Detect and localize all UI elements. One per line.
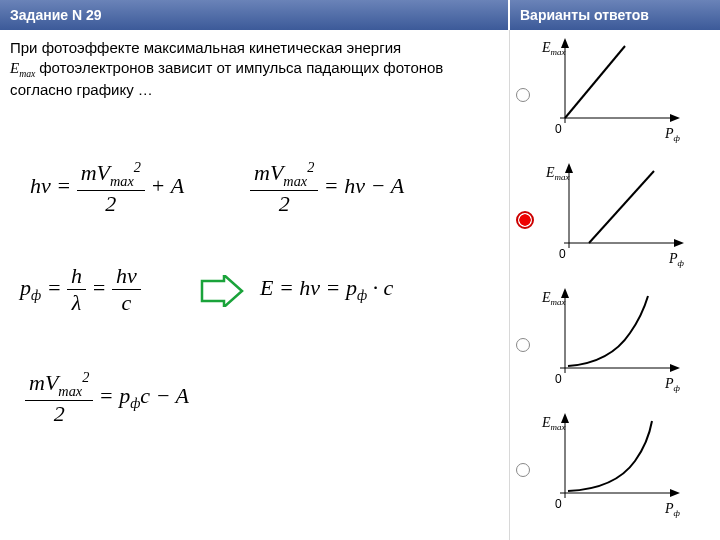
eq-p2: p [346,275,357,300]
eq-minus-a: − A [370,173,404,198]
svg-text:0: 0 [559,247,566,261]
svg-text:0: 0 [555,497,562,511]
answer-option-1[interactable]: Emax 0 Pф [516,38,714,151]
svg-text:0: 0 [555,122,562,136]
q-line2: фотоэлектронов зависит от импульса падаю… [10,59,443,98]
svg-marker-3 [670,114,680,122]
eq-mv-bot: 2 [77,191,145,215]
answer-option-4[interactable]: Emax 0 Pф [516,413,714,526]
question-panel: При фотоэффекте максимальная кинетическа… [0,30,510,540]
question-text: При фотоэффекте максимальная кинетическа… [10,38,499,101]
answer-option-3[interactable]: Emax 0 Pф [516,288,714,401]
eq-frac-ke2: mVmax2 2 [250,160,318,215]
svg-text:Emax: Emax [541,415,566,432]
eq-lambda: λ [67,290,86,314]
eq-frac-ke: mVmax2 2 [77,160,145,215]
svg-text:Pф: Pф [668,251,685,268]
answers-panel: Emax 0 Pф Emax 0 Pф Emax 0 Pф Emax 0 Pф [510,30,720,540]
eq-mv3-bot: 2 [25,401,93,425]
svg-text:0: 0 [555,372,562,386]
eq-mv3-sub: max [58,383,82,399]
eq-frac-hlambda: h λ [67,265,86,314]
q-line1: При фотоэффекте максимальная кинетическа… [10,39,401,56]
equation-final: mVmax2 2 = pфc − A [25,370,189,425]
eq-p3: p [119,383,130,408]
equation-ke: mVmax2 2 = hν − A [250,160,404,215]
eq-e: E [260,275,273,300]
eq-p2-sub: ф [357,287,367,303]
eq-mv2: mV [254,160,283,185]
svg-text:Emax: Emax [541,40,566,57]
radio-option-4[interactable] [516,463,530,477]
q-sym-e: E [10,60,19,76]
svg-marker-26 [670,489,680,497]
eq-mv2-sub: max [283,173,307,189]
content-area: При фотоэффекте максимальная кинетическа… [0,30,720,540]
eq-p-sub: ф [31,287,41,303]
svg-marker-19 [670,364,680,372]
q-symbol: Emax [10,60,39,76]
eq-frac-ke3: mVmax2 2 [25,370,93,425]
svg-text:Emax: Emax [545,165,570,182]
svg-marker-11 [674,239,684,247]
eq-mv-sub: max [110,173,134,189]
eq-p3-sub: ф [130,395,140,411]
eq-mv: mV [81,160,110,185]
svg-line-12 [589,171,654,243]
eq-minus-a2: − A [156,383,189,408]
task-title: Задание N 29 [0,0,510,30]
radio-option-1[interactable] [516,88,530,102]
svg-text:Emax: Emax [541,290,566,307]
q-sym-sub: max [19,68,35,79]
svg-text:Pф: Pф [664,376,681,393]
answer-graph: Emax 0 Pф [540,288,690,398]
eq-dotc: · c [373,275,394,300]
answers-title: Варианты ответов [510,0,720,30]
eq-hnu3: hν [299,275,320,300]
eq-p: p [20,275,31,300]
eq-eqhnu: = hν [324,173,365,198]
equation-einstein: hν = mVmax2 2 + A [30,160,184,215]
eq-c: c [112,290,141,314]
answer-graph: Emax 0 Pф [540,38,690,148]
eq-mv2-sup: 2 [307,159,314,175]
eq-hnu: hν [30,173,51,198]
eq-mv3-sup: 2 [82,369,89,385]
answer-option-2[interactable]: Emax 0 Pф [516,163,714,276]
svg-text:Pф: Pф [664,501,681,518]
svg-line-4 [565,46,625,118]
eq-frac-hnuc: hν c [112,265,141,314]
equation-momentum: pф = h λ = hν c [20,265,141,314]
eq-mv2-bot: 2 [250,191,318,215]
radio-option-3[interactable] [516,338,530,352]
header-bar: Задание N 29 Варианты ответов [0,0,720,30]
svg-text:Pф: Pф [664,126,681,143]
radio-option-2[interactable] [516,211,534,229]
eq-mv3: mV [29,370,58,395]
eq-mv-sup: 2 [134,159,141,175]
eq-h: h [67,265,86,290]
eq-plus-a: + A [150,173,184,198]
answer-graph: Emax 0 Pф [540,413,690,523]
eq-hnu2: hν [112,265,141,290]
eq-p3-c: c [140,383,150,408]
answer-graph: Emax 0 Pф [544,163,694,273]
equation-energy-momentum: E = hν = pф · c [260,275,393,304]
arrow-icon [200,275,244,307]
